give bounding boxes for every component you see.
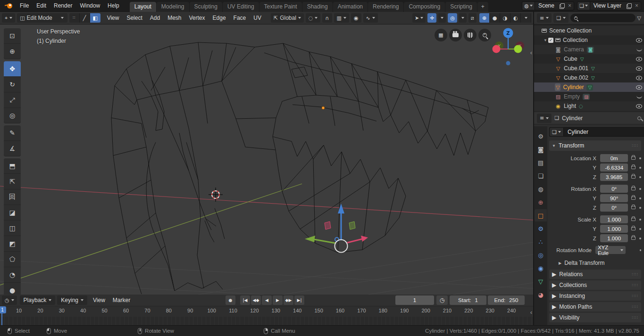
tool-rotate[interactable]: ↻	[4, 77, 21, 92]
unlink-scene-icon[interactable]: ×	[566, 2, 574, 9]
outliner-row-empty[interactable]: ▨Empty▨	[534, 92, 644, 101]
panel-grip-icon[interactable]: ∷∷	[632, 283, 638, 287]
mesh-data-icon[interactable]: ▽	[591, 75, 595, 81]
panel-grip-icon[interactable]: ∷∷	[632, 143, 638, 148]
record-button[interactable]: ●	[226, 295, 235, 305]
outliner-row-cube[interactable]: ▽Cube▽	[534, 54, 644, 64]
lock-icon[interactable]	[631, 218, 636, 221]
transform-value-field[interactable]: 1.000	[600, 234, 628, 242]
properties-tab-physics[interactable]: ◎	[535, 249, 547, 261]
mode-dropdown[interactable]: ◫Edit Mode	[17, 13, 67, 23]
properties-tab-constraints[interactable]: ◉	[535, 262, 547, 274]
properties-tab-scene[interactable]: ◍	[535, 183, 547, 195]
panel-grip-icon[interactable]: ∷∷	[632, 272, 638, 277]
axis-x-ball[interactable]	[493, 45, 501, 53]
hide-viewport-eye-icon[interactable]	[636, 104, 642, 108]
gizmo-plane-x[interactable]	[325, 221, 331, 229]
tool-poly-build[interactable]: ⬠	[4, 252, 21, 267]
sidebar-collapse-arrow[interactable]: ‹	[530, 49, 532, 56]
animate-dot[interactable]	[639, 197, 641, 199]
tab-modeling[interactable]: Modeling	[157, 2, 189, 12]
menu-edit[interactable]: Edit	[33, 0, 50, 12]
jump-end-button[interactable]: ▶|	[294, 295, 304, 305]
properties-tab-world[interactable]: ⊕	[535, 196, 547, 208]
view-layer-browse-icon[interactable]: ❏	[577, 2, 590, 10]
hide-viewport-eye-icon[interactable]	[636, 38, 642, 42]
lock-icon[interactable]	[631, 175, 636, 179]
panel-visibility[interactable]: ▶Visibility∷∷	[549, 313, 641, 322]
panel-grip-icon[interactable]: ∷∷	[632, 294, 638, 298]
axis-y-ball[interactable]	[514, 45, 522, 53]
shading-wireframe-button[interactable]: ⊕	[479, 13, 490, 23]
tool-bevel[interactable]: ◪	[4, 205, 21, 221]
properties-tab-particles[interactable]: ∴	[535, 236, 547, 248]
viewport-menu-view[interactable]: View	[103, 15, 123, 21]
tab-texture-paint[interactable]: Texture Paint	[259, 2, 302, 12]
show-gizmo-toggle[interactable]: ✛	[427, 13, 436, 23]
zoom-view-button[interactable]	[478, 29, 491, 41]
gizmo-y-arrow[interactable]	[305, 236, 315, 242]
timeline-keyframe-strip[interactable]	[0, 317, 533, 325]
tab-rendering[interactable]: Rendering	[368, 2, 403, 12]
panel-grip-icon[interactable]: ∷∷	[632, 304, 638, 309]
new-view-layer-icon[interactable]	[627, 3, 631, 8]
new-scene-icon[interactable]	[560, 3, 564, 8]
camera-view-button[interactable]	[449, 29, 462, 41]
tool-select-box[interactable]: ⊡	[4, 28, 21, 44]
pan-view-button[interactable]	[464, 29, 477, 41]
rotation-mode-dropdown[interactable]: XYZ Eule	[595, 246, 626, 254]
properties-tab-object-data[interactable]: ▽	[535, 275, 547, 287]
toggle-perspective-button[interactable]: ▦	[435, 29, 447, 41]
outliner-row-scene collection[interactable]: Scene Collection	[534, 26, 644, 35]
transform-value-field[interactable]: 3.9685	[600, 173, 628, 181]
transform-value-field[interactable]: -6.6334	[600, 164, 628, 172]
panel-grip-icon[interactable]: ∷∷	[632, 315, 638, 320]
add-workspace-button[interactable]: +	[477, 2, 488, 12]
mesh-data-icon[interactable]: ▽	[586, 84, 593, 90]
properties-tab-modifiers[interactable]: ⚙	[535, 222, 547, 235]
lock-icon[interactable]	[631, 187, 636, 190]
3d-viewport[interactable]: Y X Z User Perspective (1) Cylinder ⊡⊕✥↻…	[0, 25, 533, 295]
menu-file[interactable]: File	[16, 0, 33, 12]
tool-annotate[interactable]: ✎	[4, 125, 21, 141]
outliner-row-camera[interactable]: ◙Camera◙	[534, 45, 644, 54]
editor-type-button[interactable]: ⌖	[2, 13, 15, 23]
view-layer-selector[interactable]: ❏ View Layer ×	[577, 1, 641, 10]
tool-measure[interactable]: ∡	[4, 141, 21, 156]
object-name-field[interactable]	[563, 127, 644, 137]
viewport-menu-vertex[interactable]: Vertex	[185, 15, 209, 21]
face-select-mode-button[interactable]: ◧	[90, 13, 100, 23]
timeline-editor-type-button[interactable]: ◷	[2, 295, 17, 305]
hidden-eye-icon[interactable]	[636, 48, 642, 51]
menu-help[interactable]: Help	[104, 0, 123, 12]
tool-loop-cut[interactable]: ◫	[4, 221, 21, 236]
lock-icon[interactable]	[631, 197, 636, 200]
navigation-axis-gizmo[interactable]: Y X Z	[493, 28, 525, 66]
tool-add-cube[interactable]: ⬒	[4, 158, 21, 174]
lock-icon[interactable]	[631, 206, 636, 209]
tool-transform[interactable]: ◎	[4, 108, 21, 123]
tab-uv-editing[interactable]: UV Editing	[223, 2, 259, 12]
scene-name[interactable]: Scene	[535, 2, 558, 9]
tab-layout[interactable]: Layout	[130, 2, 156, 12]
lock-icon[interactable]	[631, 166, 636, 169]
remove-view-layer-icon[interactable]: ×	[633, 2, 641, 9]
show-overlays-toggle[interactable]: ◎	[448, 13, 457, 23]
toggle-xray-button[interactable]: ⧄	[468, 13, 477, 23]
animate-dot[interactable]	[639, 188, 641, 190]
shading-material-button[interactable]: ◑	[500, 13, 510, 23]
tab-animation[interactable]: Animation	[333, 2, 368, 12]
outliner-filter-icon[interactable]: ▽	[637, 16, 641, 21]
animate-dot[interactable]	[640, 249, 641, 251]
properties-editor-type-button[interactable]: ≡	[537, 114, 552, 123]
tool-spin[interactable]: ◔	[4, 267, 21, 283]
viewport-menu-uv[interactable]: UV	[250, 15, 265, 21]
tool-move[interactable]: ✥	[4, 61, 21, 77]
outliner-row-collection[interactable]: ▼✓Collection	[534, 35, 644, 45]
animate-dot[interactable]	[639, 238, 641, 239]
transform-value-field[interactable]: 0°	[600, 185, 628, 193]
timeline-menu-view[interactable]: View	[89, 295, 109, 305]
animate-dot[interactable]	[639, 207, 641, 209]
panel-collections[interactable]: ▶Collections∷∷	[549, 280, 641, 290]
transform-value-field[interactable]: 1.000	[600, 225, 628, 233]
